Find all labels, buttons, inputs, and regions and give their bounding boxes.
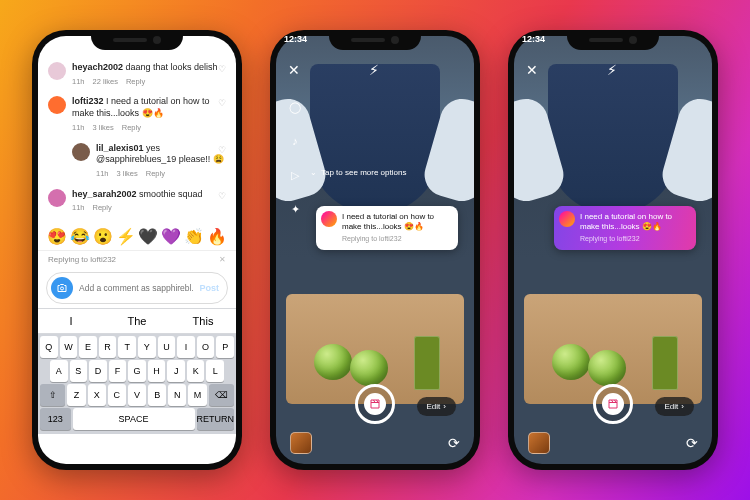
screen-reel-a: ✕ ⚡︎ ◯ ♪ ▷ ✦ ⌄ Tap to see more options I… [276, 36, 474, 464]
numbers-key[interactable]: 123 [40, 408, 71, 430]
comment-row: lil_alexis01 yes @sapphireblues_19 pleas… [72, 143, 226, 179]
comment-likes[interactable]: 3 likes [93, 123, 114, 133]
avatar[interactable] [48, 189, 66, 207]
key[interactable]: u [158, 336, 176, 358]
like-icon[interactable]: ♡ [218, 64, 226, 74]
audio-tool-icon[interactable]: ♪ [284, 130, 306, 152]
emoji-option[interactable]: 😍 [47, 227, 67, 246]
status-time: 12:34 [284, 34, 307, 44]
key[interactable]: b [148, 384, 166, 406]
emoji-quickbar: 😍 😂 😮 ⚡ 🖤 💜 👏 🔥 [38, 223, 236, 250]
key[interactable]: r [99, 336, 117, 358]
emoji-option[interactable]: 🔥 [207, 227, 227, 246]
comment-sticker[interactable]: I need a tutorial on how to make this...… [316, 206, 458, 250]
comment-row: hey_sarah2002 smoothie squad 11h Reply ♡ [48, 189, 226, 213]
comment-time: 11h [72, 203, 85, 213]
key[interactable]: f [109, 360, 127, 382]
key[interactable]: k [187, 360, 205, 382]
more-options[interactable]: ⌄ Tap to see more options [310, 168, 406, 177]
comment-username[interactable]: heyach2002 [72, 62, 123, 72]
sticker-text: I need a tutorial on how to make this...… [580, 212, 672, 231]
emoji-option[interactable]: 😮 [93, 227, 113, 246]
flash-icon[interactable]: ⚡︎ [607, 62, 617, 78]
sticker-subtext: Replying to lofti232 [342, 235, 450, 244]
gallery-thumbnail[interactable] [290, 432, 312, 454]
phone-comments: heyach2002 daang that looks delish 11h 2… [32, 30, 242, 470]
shutter-button[interactable] [355, 384, 395, 424]
phone-reel-editor-a: 12:34 ✕ ⚡︎ ◯ ♪ ▷ ✦ ⌄ Tap to see more opt… [270, 30, 480, 470]
screen-reel-b: ✕ ⚡︎ I need a tutorial on how to make th… [514, 36, 712, 464]
post-button[interactable]: Post [199, 283, 223, 293]
quicktype-bar: I The This [38, 308, 236, 334]
screen-comments: heyach2002 daang that looks delish 11h 2… [38, 36, 236, 464]
shift-key[interactable]: ⇧ [40, 384, 65, 406]
sticker-subtext: Replying to lofti232 [580, 235, 688, 244]
avatar[interactable] [48, 62, 66, 80]
key[interactable]: j [167, 360, 185, 382]
camera-flip-icon[interactable]: ⟳ [448, 435, 460, 451]
key[interactable]: p [216, 336, 234, 358]
key[interactable]: n [168, 384, 186, 406]
key[interactable]: i [177, 336, 195, 358]
comment-likes[interactable]: 3 likes [117, 169, 138, 179]
avatar[interactable] [48, 96, 66, 114]
comment-input[interactable] [79, 283, 193, 293]
key[interactable]: m [188, 384, 206, 406]
key[interactable]: l [206, 360, 224, 382]
key[interactable]: h [148, 360, 166, 382]
return-key[interactable]: return [197, 408, 235, 430]
key[interactable]: z [67, 384, 85, 406]
close-icon[interactable]: ✕ [526, 62, 538, 78]
camera-flip-icon[interactable]: ⟳ [686, 435, 698, 451]
reels-icon [364, 393, 386, 415]
comment-reply[interactable]: Reply [146, 169, 165, 179]
comment-reply[interactable]: Reply [122, 123, 141, 133]
backspace-key[interactable]: ⌫ [209, 384, 234, 406]
close-icon[interactable]: ✕ [219, 255, 226, 264]
gallery-thumbnail[interactable] [528, 432, 550, 454]
speed-tool-icon[interactable]: ▷ [284, 164, 306, 186]
effects-tool-icon[interactable]: ✦ [284, 198, 306, 220]
comment-username[interactable]: hey_sarah2002 [72, 189, 137, 199]
emoji-option[interactable]: 💜 [161, 227, 181, 246]
key[interactable]: d [89, 360, 107, 382]
comment-reply[interactable]: Reply [93, 203, 112, 213]
key[interactable]: v [128, 384, 146, 406]
emoji-option[interactable]: ⚡ [116, 227, 136, 246]
length-tool-icon[interactable]: ◯ [284, 96, 306, 118]
shutter-button[interactable] [593, 384, 633, 424]
like-icon[interactable]: ♡ [218, 145, 226, 155]
comment-username[interactable]: lil_alexis01 [96, 143, 144, 153]
avatar[interactable] [72, 143, 90, 161]
key[interactable]: w [60, 336, 78, 358]
key[interactable]: o [197, 336, 215, 358]
comment-sticker-styled[interactable]: I need a tutorial on how to make this...… [554, 206, 696, 250]
like-icon[interactable]: ♡ [218, 98, 226, 108]
comments-list: heyach2002 daang that looks delish 11h 2… [38, 36, 236, 213]
key[interactable]: y [138, 336, 156, 358]
comment-username[interactable]: lofti232 [72, 96, 104, 106]
key[interactable]: x [88, 384, 106, 406]
key[interactable]: s [70, 360, 88, 382]
key[interactable]: c [108, 384, 126, 406]
key[interactable]: a [50, 360, 68, 382]
space-key[interactable]: space [73, 408, 195, 430]
key[interactable]: g [128, 360, 146, 382]
camera-icon[interactable] [51, 277, 73, 299]
comment-likes[interactable]: 22 likes [93, 77, 118, 87]
quicktype-suggestion[interactable]: I [38, 309, 104, 333]
flash-icon[interactable]: ⚡︎ [369, 62, 379, 78]
comment-reply[interactable]: Reply [126, 77, 145, 87]
key[interactable]: e [79, 336, 97, 358]
like-icon[interactable]: ♡ [218, 191, 226, 201]
key[interactable]: t [118, 336, 136, 358]
close-icon[interactable]: ✕ [288, 62, 300, 78]
emoji-option[interactable]: 🖤 [138, 227, 158, 246]
emoji-option[interactable]: 👏 [184, 227, 204, 246]
quicktype-suggestion[interactable]: This [170, 309, 236, 333]
sticker-avatar [321, 211, 337, 227]
quicktype-suggestion[interactable]: The [104, 309, 170, 333]
emoji-option[interactable]: 😂 [70, 227, 90, 246]
key[interactable]: q [40, 336, 58, 358]
notch [567, 30, 659, 50]
